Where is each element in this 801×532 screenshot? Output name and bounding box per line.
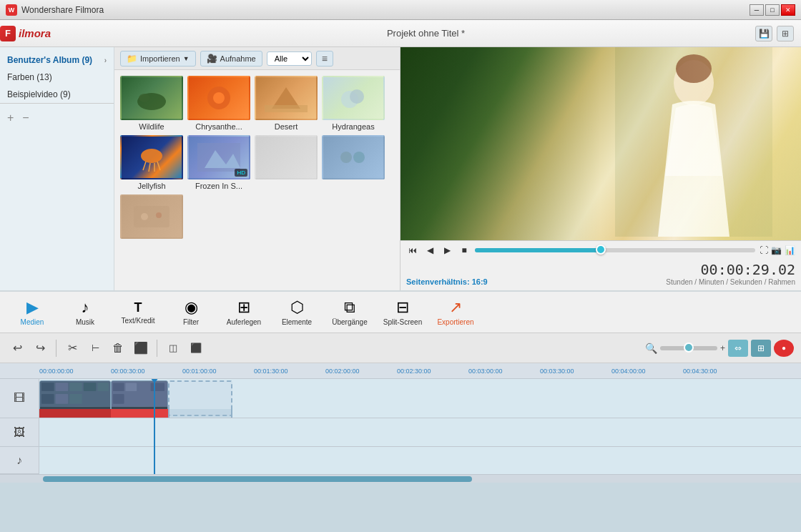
tool-filter[interactable]: ◉ Filter	[166, 294, 216, 331]
svg-rect-24	[41, 383, 54, 391]
media-thumb-chrysanthe	[187, 76, 250, 120]
media-item-row3b[interactable]	[322, 135, 385, 190]
ruler-mark-2: 00:01:00:00	[182, 368, 254, 375]
color-button[interactable]: ⬛	[131, 338, 151, 358]
settings-button[interactable]: ⊞	[777, 26, 794, 41]
camera-icon: 🎥	[207, 54, 217, 64]
trim-button[interactable]: ⊢	[85, 338, 105, 358]
music-icon: ♪	[82, 298, 89, 317]
zoom-handle[interactable]	[684, 343, 694, 353]
svg-rect-28	[97, 383, 109, 391]
tool-splitscreen[interactable]: ⊟ Split-Screen	[378, 294, 428, 331]
tool-medien[interactable]: ▶ Medien	[7, 294, 57, 331]
import-button[interactable]: 📁 Importieren ▼	[120, 51, 196, 66]
svg-rect-36	[151, 383, 165, 391]
clip-2-bar	[111, 409, 168, 418]
volume-button[interactable]: 📊	[785, 245, 795, 255]
media-thumb-row3c	[120, 194, 183, 239]
maximize-button[interactable]: □	[765, 4, 780, 16]
delete-button[interactable]: 🗑	[108, 338, 128, 358]
ruler-mark-3: 00:01:30:00	[254, 368, 325, 375]
transition-icon: ⧉	[344, 298, 355, 317]
filmora-logo-text: ilmora	[19, 27, 51, 39]
progress-track[interactable]	[475, 248, 755, 252]
sidebar-remove-icon[interactable]: −	[22, 112, 29, 124]
fit-button[interactable]: ⇔	[728, 340, 748, 357]
sidebar-add-icon[interactable]: +	[7, 112, 14, 124]
tool-musik[interactable]: ♪ Musik	[60, 294, 110, 331]
playhead[interactable]	[154, 379, 155, 474]
timecode-value: 00:00:29.02	[666, 261, 795, 278]
play-button[interactable]: ▶	[441, 244, 453, 257]
film-icon: 🎞	[14, 392, 25, 405]
media-item-hydrangeas[interactable]: Hydrangeas	[322, 76, 385, 131]
tool-exportieren[interactable]: ↗ Exportieren	[431, 294, 481, 331]
zoom-in-icon[interactable]: +	[720, 343, 725, 353]
timecode-label: Stunden / Minuten / Sekunden / Rahmen	[666, 278, 795, 286]
media-item-chrysanthe[interactable]: Chrysanthe...	[187, 76, 250, 131]
zoom-out-icon[interactable]: 🔍	[645, 343, 657, 354]
elements-icon: ⬡	[290, 298, 304, 317]
media-menu-button[interactable]: ≡	[316, 51, 333, 66]
track-right-button[interactable]: ⬛	[186, 338, 206, 358]
cut-button[interactable]: ✂	[62, 338, 82, 358]
track-left-button[interactable]: ◫	[163, 338, 183, 358]
track-labels: 🎞 🖼 ♪	[0, 379, 39, 474]
timeline: 00:00:00:00 00:00:30:00 00:01:00:00 00:0…	[0, 363, 801, 483]
export-icon: ↗	[449, 298, 462, 317]
tool-uebergaenge[interactable]: ⧉ Übergänge	[325, 294, 375, 331]
redo-button[interactable]: ↪	[30, 338, 50, 358]
ruler-mark-8: 00:04:00:00	[611, 368, 683, 375]
svg-line-12	[157, 162, 160, 170]
media-area: 📁 Importieren ▼ 🎥 Aufnahme Alle Video Au…	[114, 47, 400, 290]
progress-handle[interactable]	[596, 245, 606, 255]
tool-elemente[interactable]: ⬡ Elemente	[272, 294, 322, 331]
timeline-scrollbar[interactable]	[0, 474, 801, 483]
stop-button[interactable]: ■	[458, 244, 471, 257]
preview-controls: ⏮ ◀ ▶ ■ ⛶ 📷 📊 Seitenverhältnis: 16:9	[400, 240, 801, 290]
clip-1-thumb	[40, 381, 110, 407]
tool-text[interactable]: T Text/Kredit	[113, 294, 163, 331]
sidebar-item-farben[interactable]: Farben (13)	[0, 69, 114, 86]
sidebar-item-beispielvideo[interactable]: Beispielvideo (9)	[0, 86, 114, 103]
svg-rect-31	[69, 394, 82, 404]
zoom-track[interactable]	[660, 346, 717, 350]
media-container: Benutzer's Album (9) › Farben (13) Beisp…	[0, 47, 400, 290]
sidebar-item-benutzer[interactable]: Benutzer's Album (9) ›	[0, 51, 114, 69]
media-item-desert[interactable]: Desert	[255, 76, 318, 131]
record-button[interactable]: 🎥 Aufnahme	[200, 51, 262, 66]
media-label-jellyfish: Jellyfish	[120, 182, 183, 190]
tool-auferlegen[interactable]: ⊞ Auferlegen	[219, 294, 269, 331]
media-item-row3a[interactable]	[255, 135, 318, 190]
media-item-frozenin[interactable]: HD Frozen In S...	[187, 135, 250, 190]
camera-snap-button[interactable]: 📷	[771, 245, 782, 255]
tool-filter-label: Filter	[183, 318, 199, 326]
video-frame	[400, 47, 801, 240]
save-project-button[interactable]: 💾	[755, 26, 772, 41]
left-panel: Benutzer's Album (9) › Farben (13) Beisp…	[0, 47, 400, 290]
svg-rect-25	[56, 383, 69, 391]
svg-rect-35	[138, 383, 149, 391]
separator-2	[157, 340, 157, 357]
snap-button[interactable]: ⊞	[751, 340, 771, 357]
minimize-button[interactable]: ─	[750, 4, 764, 16]
scrollbar-thumb[interactable]	[43, 476, 472, 482]
media-filter-select[interactable]: Alle Video Audio Bild	[267, 51, 312, 66]
record-timeline-button[interactable]: ●	[774, 340, 794, 357]
svg-line-9	[143, 162, 146, 170]
fullscreen-button[interactable]: ⛶	[760, 245, 768, 255]
media-item-jellyfish[interactable]: Jellyfish	[120, 135, 183, 190]
svg-rect-27	[84, 383, 97, 391]
step-back-button[interactable]: ◀	[423, 244, 436, 257]
video-track-label: 🎞	[0, 379, 39, 418]
media-item-row3c[interactable]	[120, 194, 183, 241]
undo-button[interactable]: ↩	[7, 338, 27, 358]
tool-auferlegen-label: Auferlegen	[227, 318, 261, 326]
svg-point-15	[340, 152, 352, 163]
overlay-icon: ⊞	[237, 298, 250, 317]
media-item-wildlife[interactable]: Wildlife	[120, 76, 183, 131]
filter-icon: ◉	[185, 298, 198, 317]
go-start-button[interactable]: ⏮	[406, 244, 419, 257]
playback-bar: ⏮ ◀ ▶ ■ ⛶ 📷 📊	[406, 244, 795, 257]
close-button[interactable]: ✕	[781, 4, 795, 16]
